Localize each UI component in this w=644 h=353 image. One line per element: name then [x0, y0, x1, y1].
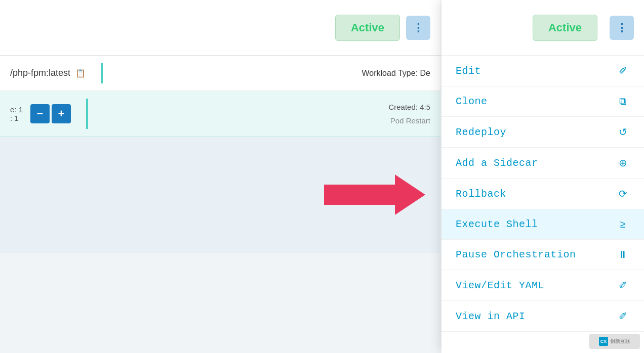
menu-item-icon: ⟳ — [616, 188, 630, 200]
menu-item-edit[interactable]: Edit✐ — [441, 56, 644, 86]
menu-item-icon: ≥ — [616, 218, 630, 230]
menu-item-rollback[interactable]: Rollback⟳ — [441, 179, 644, 209]
menu-items-container: Edit✐Clone⧉Redeploy↺Add a Sidecar⊕Rollba… — [441, 56, 644, 332]
more-options-button[interactable]: ⋮ — [406, 16, 430, 40]
image-info-row: /php-fpm:latest 📋 Workload Type: De — [0, 56, 440, 91]
menu-item-execute-shell[interactable]: Execute Shell≥ — [441, 209, 644, 240]
arrow-icon — [324, 174, 425, 215]
workload-label: Workload Type: — [362, 69, 418, 77]
menu-item-icon: ✐ — [616, 279, 630, 291]
more-options-button-menu[interactable]: ⋮ — [610, 16, 634, 40]
menu-item-clone[interactable]: Clone⧉ — [441, 86, 644, 117]
menu-item-label: Pause Orchestration — [456, 249, 576, 260]
scale-label: e: 1 — [10, 105, 23, 114]
top-bar: Active ⋮ — [0, 0, 440, 56]
menu-item-label: Clone — [456, 96, 488, 107]
copy-icon[interactable]: 📋 — [75, 68, 86, 78]
workload-type: Workload Type: De — [362, 69, 430, 78]
menu-item-redeploy[interactable]: Redeploy↺ — [441, 117, 644, 148]
created-time: 4:5 — [420, 103, 430, 111]
menu-item-pause-orchestration[interactable]: Pause Orchestration⏸ — [441, 240, 644, 270]
scale-created-row: e: 1 : 1 − + Created: 4:5 Pod Restart — [0, 91, 440, 137]
menu-item-icon: ✐ — [616, 65, 630, 77]
vertical-divider-2 — [86, 99, 88, 129]
menu-item-label: Rollback — [456, 188, 506, 200]
menu-item-view/edit-yaml[interactable]: View/Edit YAML✐ — [441, 270, 644, 301]
scale-info: e: 1 : 1 — [10, 105, 23, 122]
scale-sub: : 1 — [10, 114, 23, 122]
scale-up-button[interactable]: + — [52, 104, 71, 123]
menu-item-label: Execute Shell — [456, 218, 538, 230]
watermark: CX 创新互联 — [589, 334, 640, 349]
active-badge-menu: Active — [533, 15, 597, 41]
main-content: Active ⋮ /php-fpm:latest 📋 Workload Type… — [0, 0, 440, 353]
created-info: Created: 4:5 Pod Restart — [388, 100, 430, 127]
watermark-text: 创新互联 — [610, 338, 630, 345]
dropdown-menu: Active ⋮ Edit✐Clone⧉Redeploy↺Add a Sidec… — [441, 0, 644, 353]
created-label: Created: — [388, 103, 418, 111]
menu-item-icon: ⏸ — [616, 249, 630, 260]
menu-item-label: View/Edit YAML — [456, 280, 544, 291]
menu-item-icon: ⊕ — [616, 157, 630, 169]
menu-item-add-a-sidecar[interactable]: Add a Sidecar⊕ — [441, 148, 644, 179]
active-badge: Active — [335, 15, 400, 41]
pod-restart-label: Pod Restart — [388, 114, 430, 127]
image-name-text: /php-fpm:latest — [10, 68, 70, 78]
menu-item-view-in-api[interactable]: View in API✐ — [441, 301, 644, 332]
scale-down-button[interactable]: − — [30, 104, 50, 123]
image-name: /php-fpm:latest 📋 — [10, 68, 86, 78]
menu-item-icon: ⧉ — [616, 96, 630, 107]
menu-item-icon: ✐ — [616, 310, 630, 322]
scale-buttons: − + — [30, 104, 71, 123]
watermark-logo: CX — [599, 337, 608, 346]
workload-value: De — [420, 69, 430, 77]
vertical-divider — [101, 63, 103, 83]
menu-item-label: Redeploy — [456, 126, 506, 138]
arrow-area — [0, 137, 440, 253]
dropdown-header: Active ⋮ — [441, 0, 644, 56]
menu-item-label: View in API — [456, 311, 526, 322]
svg-marker-0 — [324, 174, 425, 215]
menu-item-label: Add a Sidecar — [456, 157, 538, 169]
menu-item-label: Edit — [456, 65, 481, 77]
menu-item-icon: ↺ — [616, 126, 630, 138]
